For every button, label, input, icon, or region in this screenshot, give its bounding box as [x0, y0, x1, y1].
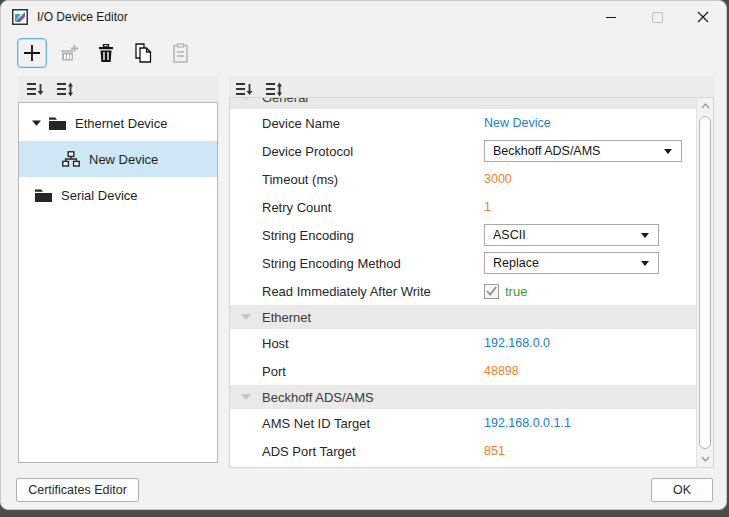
plus-icon — [22, 43, 42, 63]
property-row-retry-count: Retry Count1 — [230, 193, 696, 221]
property-label: Retry Count — [262, 200, 484, 215]
toolbar — [17, 38, 195, 68]
window-title: I/O Device Editor — [37, 10, 128, 24]
folder-icon — [49, 117, 66, 130]
property-grid: GeneralDevice NameNew DeviceDevice Proto… — [230, 98, 696, 467]
host-value[interactable]: 192.168.0.0 — [484, 336, 550, 350]
string-encoding-dropdown[interactable]: ASCII — [484, 224, 659, 246]
collapse-all-icon — [27, 82, 44, 97]
device-tree: Ethernet DeviceNew DeviceSerial Device — [18, 102, 218, 463]
section-title: General — [262, 98, 308, 105]
copy-device-button[interactable] — [128, 38, 158, 68]
property-row-port: Port48898 — [230, 357, 696, 385]
tree-item-ethernet-device[interactable]: Ethernet Device — [19, 105, 217, 141]
section-header-beckhoff-ads-ams[interactable]: Beckhoff ADS/AMS — [230, 385, 696, 409]
tree-collapse-all-button[interactable] — [26, 81, 44, 97]
property-label: String Encoding — [262, 228, 484, 243]
scroll-up-button[interactable] — [697, 98, 714, 114]
network-icon — [62, 151, 80, 167]
minimize-icon — [606, 17, 616, 18]
section-header-ethernet[interactable]: Ethernet — [230, 305, 696, 329]
expand-all-icon — [57, 82, 74, 97]
delete-device-button[interactable] — [91, 38, 121, 68]
tree-expand-all-button[interactable] — [56, 81, 74, 97]
io-device-editor-window: I/O Device Editor — [0, 0, 727, 510]
tree-item-new-device[interactable]: New Device — [19, 141, 217, 177]
property-label: AMS Net ID Target — [262, 416, 484, 431]
property-row-device-protocol: Device ProtocolBeckhoff ADS/AMS — [230, 137, 696, 165]
dropdown-value: ASCII — [493, 228, 526, 242]
property-label: ADS Port Target — [262, 444, 484, 459]
chevron-up-icon — [701, 103, 710, 109]
property-row-string-encoding: String EncodingASCII — [230, 221, 696, 249]
property-row-ads-port-target: ADS Port Target851 — [230, 437, 696, 465]
window-controls — [588, 1, 726, 33]
clipboard-icon — [172, 43, 189, 63]
property-row-string-encoding-method: String Encoding MethodReplace — [230, 249, 696, 277]
property-row-device-name: Device NameNew Device — [230, 109, 696, 137]
ams-net-id-target-value[interactable]: 192.168.0.0.1.1 — [484, 416, 571, 430]
section-collapse-icon — [241, 314, 251, 320]
folder-icon — [35, 189, 52, 202]
string-encoding-method-dropdown[interactable]: Replace — [484, 252, 659, 274]
add-child-device-button — [54, 38, 84, 68]
close-button[interactable] — [680, 1, 726, 33]
property-label: Host — [262, 336, 484, 351]
property-label: Port — [262, 364, 484, 379]
trash-icon — [97, 44, 115, 63]
port-value[interactable]: 48898 — [484, 364, 519, 378]
device-protocol-dropdown[interactable]: Beckhoff ADS/AMS — [484, 140, 682, 162]
property-label: Read Immediately After Write — [262, 284, 484, 299]
scrollbar-thumb[interactable] — [699, 116, 711, 449]
chevron-down-icon — [641, 233, 649, 238]
section-header-general[interactable]: General — [230, 98, 696, 109]
expand-all-icon — [266, 82, 283, 97]
titlebar: I/O Device Editor — [1, 1, 726, 33]
maximize-button — [634, 1, 680, 33]
chevron-down-icon — [664, 149, 672, 154]
ok-button[interactable]: OK — [651, 478, 713, 502]
chevron-down-icon — [641, 261, 649, 266]
copy-icon — [134, 43, 153, 63]
checkbox-value: true — [505, 284, 527, 299]
section-collapse-icon — [241, 98, 251, 100]
tree-item-serial-device[interactable]: Serial Device — [19, 177, 217, 213]
read-immediately-after-write-checkbox[interactable] — [484, 284, 499, 299]
expander-icon — [32, 120, 41, 126]
chevron-down-icon — [701, 456, 710, 462]
property-row-ams-net-id-target: AMS Net ID Target192.168.0.0.1.1 — [230, 409, 696, 437]
property-row-read-immediately-after-write: Read Immediately After Writetrue — [230, 277, 696, 305]
property-label: Device Name — [262, 116, 484, 131]
property-panel: GeneralDevice NameNew DeviceDevice Proto… — [229, 97, 714, 468]
tree-item-label: Serial Device — [61, 188, 138, 203]
section-title: Ethernet — [262, 310, 311, 325]
scroll-down-button[interactable] — [697, 451, 714, 467]
ads-port-target-value[interactable]: 851 — [484, 444, 505, 458]
certificates-editor-button[interactable]: Certificates Editor — [16, 478, 139, 502]
property-row-timeout-ms-: Timeout (ms)3000 — [230, 165, 696, 193]
property-collapse-all-button[interactable] — [235, 81, 253, 97]
add-network-icon — [59, 43, 79, 63]
checkmark-icon — [486, 286, 497, 296]
tree-item-label: New Device — [89, 152, 158, 167]
add-device-button[interactable] — [17, 38, 47, 68]
close-icon — [697, 11, 709, 23]
property-label: String Encoding Method — [262, 256, 484, 271]
expander-toggle[interactable] — [32, 120, 42, 126]
minimize-button[interactable] — [588, 1, 634, 33]
retry-count-value[interactable]: 1 — [484, 200, 491, 214]
section-collapse-icon — [241, 394, 251, 400]
tree-toolbar — [18, 76, 218, 102]
property-expand-all-button[interactable] — [265, 81, 283, 97]
vertical-scrollbar[interactable] — [696, 98, 713, 467]
timeout-ms--value[interactable]: 3000 — [484, 172, 512, 186]
maximize-icon — [652, 12, 663, 23]
device-name-value[interactable]: New Device — [484, 116, 551, 130]
section-title: Beckhoff ADS/AMS — [262, 390, 374, 405]
property-row-host: Host192.168.0.0 — [230, 329, 696, 357]
property-label: Device Protocol — [262, 144, 484, 159]
dropdown-value: Beckhoff ADS/AMS — [493, 144, 600, 158]
tree-item-label: Ethernet Device — [75, 116, 168, 131]
paste-device-button — [165, 38, 195, 68]
dropdown-value: Replace — [493, 256, 539, 270]
